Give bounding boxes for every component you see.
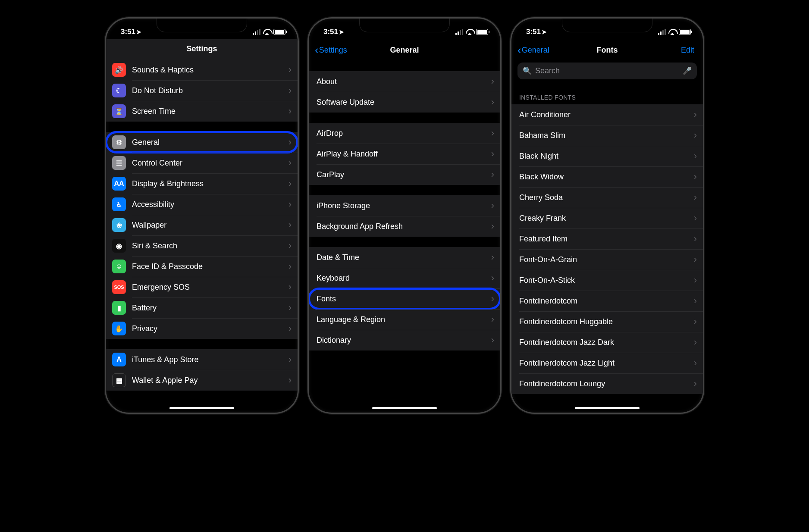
- search-input[interactable]: [535, 66, 683, 75]
- location-icon: ➤: [136, 28, 141, 35]
- chevron-right-icon: ›: [694, 233, 697, 244]
- settings-row[interactable]: ☰Control Center›: [106, 153, 298, 173]
- chevron-right-icon: ›: [491, 272, 494, 284]
- settings-row[interactable]: Bahama Slim›: [511, 125, 703, 146]
- general-content[interactable]: About›Software Update› AirDrop›AirPlay &…: [309, 61, 500, 413]
- row-label: Battery: [132, 298, 288, 318]
- chevron-right-icon: ›: [491, 314, 494, 325]
- settings-row[interactable]: CarPlay›: [309, 164, 500, 185]
- row-label: Emergency SOS: [132, 278, 288, 297]
- settings-row[interactable]: Fontdinerdotcom Loungy›: [511, 373, 703, 394]
- settings-row[interactable]: AirDrop›: [309, 123, 500, 144]
- chevron-right-icon: ›: [491, 221, 494, 232]
- chevron-right-icon: ›: [288, 354, 292, 365]
- navbar: ‹ General Fonts Edit: [511, 39, 703, 61]
- home-indicator[interactable]: [169, 407, 234, 409]
- row-label: Display & Brightness: [132, 174, 288, 194]
- settings-row[interactable]: Black Night›: [511, 146, 703, 166]
- settings-row[interactable]: Creaky Frank›: [511, 208, 703, 228]
- chevron-right-icon: ›: [288, 219, 292, 231]
- sos-icon: SOS: [112, 280, 126, 294]
- row-label: Fontdinerdotcom: [519, 291, 694, 311]
- row-label: Dictionary: [317, 331, 491, 350]
- settings-row[interactable]: Fontdinerdotcom›: [511, 291, 703, 311]
- settings-row[interactable]: Fontdinerdotcom Jazz Light›: [511, 353, 703, 373]
- settings-row[interactable]: Featured Item›: [511, 228, 703, 249]
- chevron-right-icon: ›: [288, 261, 292, 272]
- search-bar[interactable]: 🔍 🎤: [517, 63, 697, 79]
- settings-row[interactable]: Language & Region›: [309, 309, 500, 330]
- row-label: About: [317, 72, 491, 91]
- settings-row[interactable]: Font-On-A-Stick›: [511, 270, 703, 291]
- settings-row[interactable]: ◉Siri & Search›: [106, 235, 298, 256]
- row-label: Siri & Search: [132, 236, 288, 256]
- row-label: CarPlay: [317, 165, 491, 185]
- row-label: iTunes & App Store: [132, 350, 288, 369]
- home-indicator[interactable]: [575, 407, 640, 409]
- battery-icon: [273, 29, 285, 35]
- back-label: General: [522, 46, 549, 55]
- wifi-icon: [668, 29, 676, 35]
- settings-row[interactable]: ☾Do Not Disturb›: [106, 80, 298, 101]
- settings-row[interactable]: Air Conditioner›: [511, 104, 703, 125]
- wifi-icon: [466, 29, 473, 35]
- chevron-right-icon: ›: [694, 109, 697, 120]
- settings-row[interactable]: SOSEmergency SOS›: [106, 277, 298, 297]
- settings-row[interactable]: Software Update›: [309, 92, 500, 113]
- settings-row[interactable]: About›: [309, 71, 500, 92]
- chevron-right-icon: ›: [491, 200, 494, 211]
- settings-row[interactable]: Font-On-A-Grain›: [511, 249, 703, 270]
- settings-row[interactable]: Keyboard›: [309, 268, 500, 288]
- chevron-right-icon: ›: [694, 254, 697, 265]
- settings-row[interactable]: ⚙General›: [106, 132, 298, 153]
- settings-row[interactable]: ❀Wallpaper›: [106, 215, 298, 235]
- row-label: Software Update: [317, 93, 491, 112]
- row-label: Sounds & Haptics: [132, 60, 288, 80]
- row-label: Language & Region: [317, 310, 491, 329]
- chevron-right-icon: ›: [694, 295, 697, 307]
- row-label: Date & Time: [317, 248, 491, 267]
- chevron-right-icon: ›: [491, 293, 494, 304]
- settings-row[interactable]: ▮Battery›: [106, 297, 298, 318]
- settings-row[interactable]: Dictionary›: [309, 330, 500, 350]
- chevron-right-icon: ›: [288, 282, 292, 293]
- chevron-right-icon: ›: [288, 199, 292, 210]
- chevron-right-icon: ›: [288, 240, 292, 251]
- settings-row[interactable]: AirPlay & Handoff›: [309, 144, 500, 164]
- battery-icon: ▮: [112, 301, 126, 315]
- settings-content[interactable]: 🔊Sounds & Haptics›☾Do Not Disturb›⏳Scree…: [106, 59, 298, 413]
- settings-row[interactable]: Black Widow›: [511, 166, 703, 187]
- row-label: Fonts: [317, 289, 491, 309]
- settings-row[interactable]: Fontdinerdotcom Jazz Dark›: [511, 332, 703, 353]
- signal-icon: [253, 29, 260, 35]
- settings-row[interactable]: ⏳Screen Time›: [106, 101, 298, 122]
- mic-icon[interactable]: 🎤: [683, 66, 692, 75]
- row-label: Bahama Slim: [519, 126, 694, 145]
- back-button[interactable]: ‹ General: [517, 44, 549, 56]
- edit-button[interactable]: Edit: [681, 46, 694, 55]
- settings-row[interactable]: 🔊Sounds & Haptics›: [106, 59, 298, 80]
- settings-row[interactable]: Fonts›: [309, 288, 500, 309]
- home-indicator[interactable]: [372, 407, 437, 409]
- back-button[interactable]: ‹ Settings: [315, 44, 347, 56]
- settings-row[interactable]: Background App Refresh›: [309, 216, 500, 237]
- chevron-right-icon: ›: [288, 157, 292, 169]
- settings-row[interactable]: Fontdinerdotcom Huggable›: [511, 311, 703, 332]
- row-label: Fontdinerdotcom Loungy: [519, 374, 694, 394]
- settings-row[interactable]: ✋Privacy›: [106, 318, 298, 339]
- row-label: AirDrop: [317, 124, 491, 143]
- phone-settings: 3:51➤ Settings 🔊Sounds & Haptics›☾Do Not…: [105, 17, 299, 414]
- hand-icon: ✋: [112, 322, 126, 335]
- settings-row[interactable]: ♿︎Accessibility›: [106, 194, 298, 215]
- fonts-content[interactable]: INSTALLED FONTS Air Conditioner›Bahama S…: [511, 84, 703, 413]
- settings-row[interactable]: Date & Time›: [309, 247, 500, 268]
- settings-row[interactable]: ☺Face ID & Passcode›: [106, 256, 298, 277]
- settings-row[interactable]: iPhone Storage›: [309, 195, 500, 216]
- settings-row[interactable]: Cherry Soda›: [511, 187, 703, 208]
- page-title: Settings: [106, 39, 298, 59]
- flower-icon: ❀: [112, 218, 126, 232]
- settings-row[interactable]: AiTunes & App Store›: [106, 349, 298, 370]
- settings-row[interactable]: ▤Wallet & Apple Pay›: [106, 370, 298, 391]
- settings-row[interactable]: AADisplay & Brightness›: [106, 173, 298, 194]
- row-label: iPhone Storage: [317, 196, 491, 216]
